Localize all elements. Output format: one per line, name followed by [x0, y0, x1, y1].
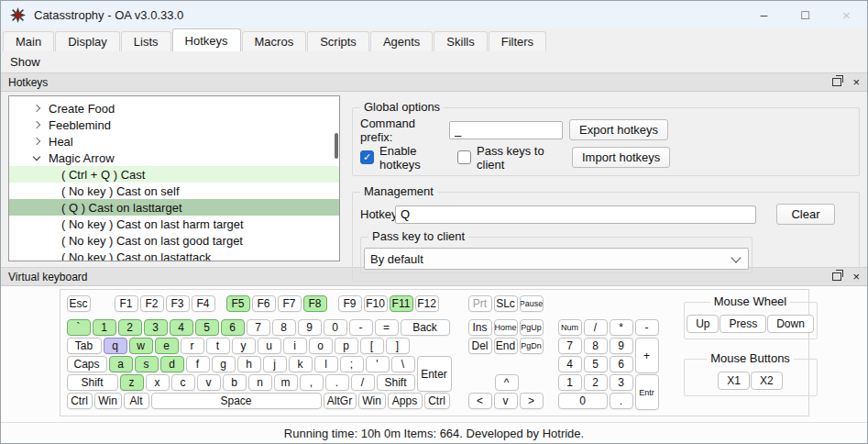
key-v[interactable]: v: [197, 374, 221, 391]
key-,[interactable]: ,: [300, 374, 324, 391]
press-button[interactable]: Press: [720, 315, 766, 333]
key-j[interactable]: j: [263, 356, 287, 372]
key--[interactable]: -: [349, 319, 373, 336]
down-button[interactable]: Down: [767, 315, 814, 333]
tree-item[interactable]: Feeblemind: [9, 117, 339, 133]
key-slc[interactable]: SLc: [494, 295, 518, 312]
key-\[interactable]: \: [391, 356, 415, 372]
tree-scrollbar[interactable]: [335, 133, 338, 159]
key-enter[interactable]: Enter: [417, 356, 452, 392]
key-i[interactable]: i: [283, 338, 307, 354]
hotkey-input[interactable]: [395, 205, 756, 224]
key-0[interactable]: 0: [324, 319, 347, 336]
key-4[interactable]: 4: [558, 356, 582, 372]
key-7[interactable]: 7: [558, 338, 582, 354]
key-shift[interactable]: Shift: [67, 374, 118, 391]
key-win[interactable]: Win: [94, 393, 122, 409]
tab-hotkeys[interactable]: Hotkeys: [172, 28, 241, 51]
key-;[interactable]: ;: [340, 356, 364, 372]
float-panel-icon[interactable]: [832, 78, 841, 86]
key-/[interactable]: /: [351, 374, 375, 391]
command-prefix-input[interactable]: [449, 121, 563, 139]
key-k[interactable]: k: [289, 356, 313, 372]
tree-item[interactable]: Magic Arrow: [9, 150, 339, 166]
key-x[interactable]: x: [146, 374, 170, 391]
key-7[interactable]: 7: [247, 319, 270, 336]
key-ctrl[interactable]: Ctrl: [67, 393, 93, 409]
key-altgr[interactable]: AltGr: [324, 393, 357, 409]
tree-item[interactable]: ( Q ) Cast on lasttarget: [9, 199, 339, 216]
key-shift[interactable]: Shift: [377, 374, 415, 391]
key-del[interactable]: Del: [468, 338, 492, 354]
pass-keys-checkbox[interactable]: [457, 150, 471, 164]
x1-button[interactable]: X1: [718, 372, 750, 390]
key-9[interactable]: 9: [298, 319, 322, 336]
tab-scripts[interactable]: Scripts: [307, 31, 369, 51]
tree-item[interactable]: Create Food: [9, 100, 339, 117]
key-f11[interactable]: F11: [390, 295, 413, 312]
key-=[interactable]: =: [375, 319, 399, 336]
key-pause[interactable]: Pause: [520, 295, 544, 312]
key-space[interactable]: Space: [151, 393, 322, 409]
key-b[interactable]: b: [223, 374, 247, 391]
key-0[interactable]: 0: [558, 393, 608, 409]
key-f2[interactable]: F2: [140, 295, 164, 312]
chevron-expanded-icon[interactable]: [33, 152, 40, 160]
key-f9[interactable]: F9: [338, 295, 362, 312]
key--[interactable]: -: [635, 319, 659, 336]
key-q[interactable]: q: [104, 338, 127, 354]
key-f6[interactable]: F6: [252, 295, 276, 312]
key-ctrl[interactable]: Ctrl: [424, 393, 450, 409]
key-t[interactable]: t: [206, 338, 230, 354]
key-3[interactable]: 3: [610, 374, 633, 391]
chevron-collapsed-icon[interactable]: [33, 105, 40, 112]
key-1[interactable]: 1: [558, 374, 582, 391]
key-c[interactable]: c: [171, 374, 195, 391]
key-/[interactable]: /: [584, 319, 608, 336]
clear-hotkey-button[interactable]: Clear: [776, 204, 835, 225]
key-f7[interactable]: F7: [278, 295, 302, 312]
key-f5[interactable]: F5: [226, 295, 250, 312]
key-+[interactable]: +: [635, 338, 659, 373]
close-panel-icon[interactable]: ×: [852, 76, 860, 88]
key-*[interactable]: *: [610, 319, 633, 336]
chevron-collapsed-icon[interactable]: [33, 138, 40, 145]
close-icon[interactable]: ×: [826, 1, 867, 28]
tab-skills[interactable]: Skills: [434, 31, 487, 51]
key-a[interactable]: a: [109, 356, 133, 372]
key-alt[interactable]: Alt: [124, 393, 149, 409]
key-back[interactable]: Back: [401, 319, 450, 336]
key-y[interactable]: y: [232, 338, 256, 354]
key-pgdn[interactable]: PgDn: [520, 338, 544, 354]
key-9[interactable]: 9: [610, 338, 633, 354]
key-r[interactable]: r: [181, 338, 204, 354]
key-l[interactable]: l: [314, 356, 338, 372]
key-m[interactable]: m: [274, 374, 298, 391]
key-6[interactable]: 6: [221, 319, 245, 336]
key-esc[interactable]: Esc: [67, 295, 91, 312]
key-tab[interactable]: Tab: [67, 338, 102, 354]
key-6[interactable]: 6: [610, 356, 633, 372]
key-d[interactable]: d: [160, 356, 184, 372]
key-f8[interactable]: F8: [303, 295, 327, 312]
import-hotkeys-button[interactable]: Import hotkeys: [572, 147, 670, 168]
key-z[interactable]: z: [120, 374, 144, 391]
key-f12[interactable]: F12: [415, 295, 439, 312]
key-4[interactable]: 4: [170, 319, 193, 336]
key-[[interactable]: [: [360, 338, 384, 354]
key-5[interactable]: 5: [584, 356, 608, 372]
key-n[interactable]: n: [248, 374, 272, 391]
key-'[interactable]: ': [366, 356, 390, 372]
up-button[interactable]: Up: [687, 315, 719, 333]
key-s[interactable]: s: [135, 356, 159, 372]
key-h[interactable]: h: [237, 356, 261, 372]
key-f[interactable]: f: [186, 356, 210, 372]
key-f3[interactable]: F3: [166, 295, 190, 312]
key-p[interactable]: p: [335, 338, 358, 354]
chevron-collapsed-icon[interactable]: [33, 121, 40, 128]
key-2[interactable]: 2: [118, 319, 142, 336]
key-8[interactable]: 8: [272, 319, 296, 336]
key-v[interactable]: v: [494, 393, 518, 409]
key-f10[interactable]: F10: [364, 295, 388, 312]
tree-item[interactable]: ( No key ) Cast on self: [9, 183, 339, 199]
